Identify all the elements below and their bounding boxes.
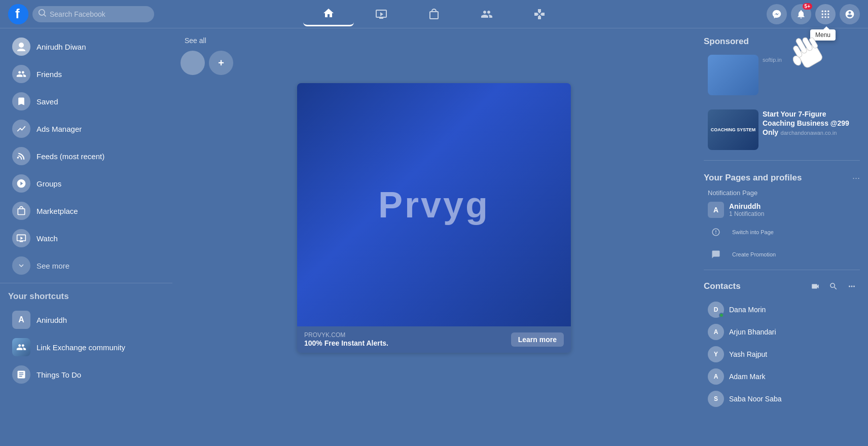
sidebar-item-watch[interactable]: Watch <box>4 225 168 251</box>
aniruddh-page-icon: A <box>12 311 30 329</box>
sidebar-see-more[interactable]: See more <box>4 252 168 279</box>
sidebar-user-profile[interactable]: Anirudh Diwan <box>4 33 168 60</box>
sponsored-img-2: COACHING SYSTEM <box>708 109 758 150</box>
contacts-title: Contacts <box>704 281 741 291</box>
nav-watch-button[interactable] <box>356 2 407 26</box>
facebook-logo: f <box>8 4 28 24</box>
sidebar-saved-label: Saved <box>37 97 58 106</box>
sidebar-item-groups[interactable]: Groups <box>4 170 168 197</box>
sidebar-groups-label: Groups <box>37 179 61 188</box>
see-all-bar[interactable]: See all <box>180 36 206 45</box>
sponsored-ad-2[interactable]: COACHING SYSTEM Start Your 7-Figure Coac… <box>704 105 860 154</box>
shortcut-things-to-do-label: Things To Do <box>37 370 81 379</box>
svg-point-8 <box>822 16 823 18</box>
nav-left: f <box>8 4 180 24</box>
contact-yash-rajput[interactable]: Y Yash Rajput <box>704 343 860 365</box>
see-all-label: See all <box>185 36 206 45</box>
profile-avatar[interactable] <box>840 4 860 24</box>
main-layout: Anirudh Diwan Friends Saved Ads Manager <box>0 28 868 446</box>
sidebar-marketplace-label: Marketplace <box>37 207 78 215</box>
sponsored-text-2: Start Your 7-Figure Coaching Business @2… <box>763 109 856 150</box>
shortcut-aniruddh[interactable]: A Aniruddh <box>4 307 168 333</box>
nav-center <box>180 2 688 26</box>
contacts-header: Contacts <box>704 278 860 294</box>
page-aniruddh-icon: A <box>708 202 724 218</box>
sidebar-item-friends[interactable]: Friends <box>4 61 168 87</box>
switch-page-icon <box>708 224 724 240</box>
learn-more-button[interactable]: Learn more <box>511 332 564 347</box>
story-avatar-1[interactable] <box>180 51 205 75</box>
sidebar-item-ads-manager[interactable]: Ads Manager <box>4 116 168 142</box>
svg-point-6 <box>824 13 826 15</box>
nav-gaming-button[interactable] <box>514 2 565 26</box>
svg-point-5 <box>822 13 823 15</box>
create-promotion-item[interactable]: Create Promotion <box>704 243 860 266</box>
sponsored-text-1: softip.in <box>763 55 782 95</box>
ad-source: PROVYK.COM <box>304 331 388 339</box>
nav-home-button[interactable] <box>303 2 354 26</box>
pages-more-icon[interactable]: ··· <box>852 173 860 183</box>
sponsored-ad-1[interactable]: softip.in <box>704 51 860 99</box>
story-row: + <box>180 51 233 75</box>
contacts-more-icon[interactable] <box>844 278 860 294</box>
contact-dana-morin[interactable]: D Dana Morin <box>704 299 860 321</box>
sidebar-item-feeds[interactable]: Feeds (most recent) <box>4 143 168 169</box>
nav-marketplace-button[interactable] <box>409 2 459 26</box>
sidebar-item-saved[interactable]: Saved <box>4 88 168 115</box>
notifications-button[interactable]: 5+ <box>791 4 811 24</box>
right-divider-1 <box>704 160 860 161</box>
menu-tooltip: Menu <box>810 29 836 41</box>
ad-card: Prvyg PROVYK.COM 100% Free Instant Alert… <box>297 83 571 353</box>
search-icon <box>39 9 47 19</box>
menu-button[interactable]: Menu <box>815 4 836 24</box>
ad-image: Prvyg <box>297 83 571 326</box>
story-add[interactable]: + <box>209 51 233 75</box>
search-box[interactable] <box>32 6 154 22</box>
top-nav: f 5+ <box>0 0 868 28</box>
shortcut-link-exchange[interactable]: Link Exchange community <box>4 334 168 360</box>
page-aniruddh-info: Aniruddh 1 Notification <box>729 202 856 217</box>
create-promotion-btn[interactable]: Create Promotion <box>729 250 779 258</box>
sidebar-ads-manager-label: Ads Manager <box>37 125 82 133</box>
sidebar-feeds-label: Feeds (most recent) <box>37 152 104 161</box>
contact-name-yash: Yash Rajput <box>729 350 767 358</box>
switch-into-page[interactable]: Switch into Page <box>729 228 777 236</box>
video-call-icon[interactable] <box>807 278 823 294</box>
ad-footer: PROVYK.COM 100% Free Instant Alerts. Lea… <box>297 326 571 353</box>
search-input[interactable] <box>50 10 148 18</box>
left-sidebar: Anirudh Diwan Friends Saved Ads Manager <box>0 28 172 446</box>
saved-icon <box>12 92 30 110</box>
contact-arjun-bhandari[interactable]: A Arjun Bhandari <box>704 321 860 343</box>
search-contacts-icon[interactable] <box>825 278 842 294</box>
svg-point-3 <box>824 10 826 12</box>
page-aniruddh[interactable]: A Aniruddh 1 Notification <box>704 199 860 221</box>
svg-point-10 <box>827 16 829 18</box>
shortcuts-title: Your shortcuts <box>0 287 172 306</box>
sidebar-divider <box>0 283 172 283</box>
contact-adam-mark[interactable]: A Adam Mark <box>704 365 860 388</box>
pages-title: Your Pages and profiles <box>704 173 802 183</box>
contact-name-dana: Dana Morin <box>729 306 766 314</box>
notification-page-label: Notification Page <box>704 187 860 199</box>
switch-page-item[interactable]: Switch into Page <box>704 221 860 243</box>
contact-saba-noor-saba[interactable]: S Saba Noor Saba <box>704 388 860 410</box>
nav-groups-button[interactable] <box>461 2 512 26</box>
chevron-down-icon <box>12 256 30 275</box>
page-aniruddh-name: Aniruddh <box>729 202 856 210</box>
sidebar-item-marketplace[interactable]: Marketplace <box>4 198 168 224</box>
svg-text:f: f <box>15 6 20 21</box>
contact-avatar-yash: Y <box>708 346 724 362</box>
contact-name-saba: Saba Noor Saba <box>729 395 782 403</box>
svg-point-7 <box>827 13 829 15</box>
marketplace-icon <box>12 202 30 220</box>
online-indicator <box>719 313 724 318</box>
watch-icon <box>12 229 30 247</box>
svg-point-9 <box>824 16 826 18</box>
contact-avatar-saba: S <box>708 391 724 407</box>
shortcut-things-to-do[interactable]: Things To Do <box>4 361 168 388</box>
contact-avatar-dana: D <box>708 302 724 318</box>
messenger-button[interactable] <box>767 4 787 24</box>
sidebar-friends-label: Friends <box>37 70 62 79</box>
contact-avatar-adam: A <box>708 368 724 385</box>
page-aniruddh-notification: 1 Notification <box>729 210 856 217</box>
